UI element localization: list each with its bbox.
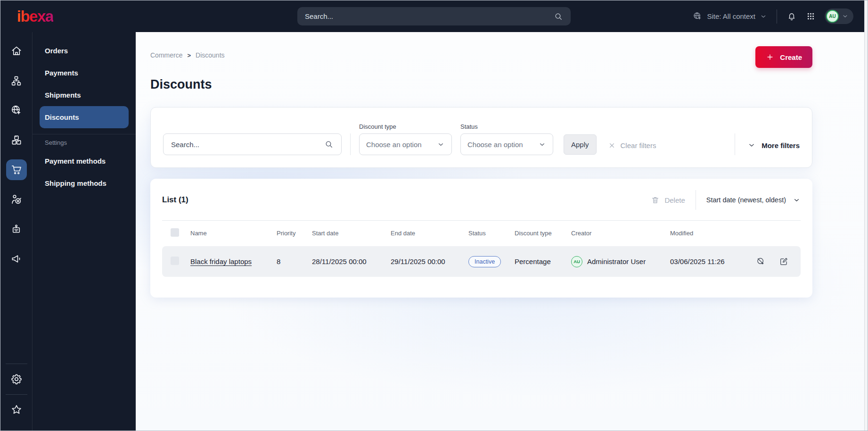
x-icon xyxy=(608,141,616,149)
sidebar-item-label: Orders xyxy=(45,47,68,55)
rail-item-personalization[interactable] xyxy=(6,189,27,210)
column-header-modified: Modified xyxy=(670,230,750,237)
delete-button[interactable]: Delete xyxy=(651,196,685,205)
trash-icon xyxy=(651,196,660,205)
main-content: Commerce > Discounts Create Discounts xyxy=(136,32,868,431)
user-menu[interactable]: AU xyxy=(825,8,853,24)
creator-avatar: AU xyxy=(571,256,582,267)
bell-icon xyxy=(786,11,797,22)
globe-cursor-icon xyxy=(10,104,23,116)
globe-cursor-icon xyxy=(693,11,703,21)
site-context-selector[interactable]: Site: All context xyxy=(693,11,767,21)
select-all-checkbox[interactable] xyxy=(171,228,179,237)
list-head-divider xyxy=(696,190,696,210)
rail-item-site-context[interactable] xyxy=(6,100,27,121)
grid-dots-icon xyxy=(806,12,815,21)
notifications-button[interactable] xyxy=(786,11,797,22)
sitemap-icon xyxy=(10,75,22,87)
chevron-down-icon xyxy=(842,13,849,20)
more-filters-button[interactable]: More filters xyxy=(747,141,800,149)
clear-filters-button[interactable]: Clear filters xyxy=(608,141,656,149)
person-target-icon xyxy=(10,193,23,206)
globe-slash-icon xyxy=(756,257,766,266)
rail-divider xyxy=(6,364,27,364)
list-divider xyxy=(162,220,801,221)
create-button-label: Create xyxy=(780,53,802,61)
filter-search-input[interactable] xyxy=(171,141,324,149)
sidebar-item-payment-methods[interactable]: Payment methods xyxy=(40,150,129,172)
star-icon xyxy=(10,404,23,416)
search-icon xyxy=(554,12,563,21)
sidebar-item-shipments[interactable]: Shipments xyxy=(40,84,129,106)
global-search-input[interactable] xyxy=(305,12,554,20)
column-header-discount-type: Discount type xyxy=(515,230,571,237)
topbar-divider xyxy=(777,9,777,24)
table-header: Name Priority Start date End date Status… xyxy=(162,225,801,240)
table-row[interactable]: Black friday laptops 8 28/11/2025 00:00 … xyxy=(162,246,801,277)
rail-item-content[interactable] xyxy=(6,70,27,91)
filter-divider xyxy=(350,133,351,155)
rail-item-customers[interactable] xyxy=(6,219,27,240)
filter-bar: Discount type Choose an option Status Ch… xyxy=(150,107,812,168)
row-start-date: 28/11/2025 00:00 xyxy=(312,257,391,265)
topbar: ibexa Site: All context AU xyxy=(0,0,868,32)
breadcrumb: Commerce > Discounts xyxy=(150,51,225,59)
discounts-list: List (1) Delete Start date (newest, olde… xyxy=(150,179,812,298)
edit-icon xyxy=(779,257,789,266)
rail-item-campaigns[interactable] xyxy=(6,249,27,269)
scrollbar[interactable] xyxy=(864,0,868,431)
icon-rail xyxy=(0,32,32,431)
apply-button[interactable]: Apply xyxy=(564,134,597,155)
global-search[interactable] xyxy=(297,7,571,25)
home-icon xyxy=(10,45,23,57)
site-context-label: Site: All context xyxy=(707,12,755,20)
page-title: Discounts xyxy=(150,77,812,92)
sidebar-item-discounts[interactable]: Discounts xyxy=(40,106,129,128)
sidebar-item-payments[interactable]: Payments xyxy=(40,62,129,84)
row-discount-type: Percentage xyxy=(515,257,571,265)
ibexa-logo[interactable]: ibexa xyxy=(17,8,53,24)
create-button[interactable]: Create xyxy=(755,46,812,68)
row-priority: 8 xyxy=(277,257,312,265)
topbar-actions: Site: All context AU xyxy=(693,8,853,24)
row-end-date: 29/11/2025 00:00 xyxy=(391,257,468,265)
sort-selector-label: Start date (newest, oldest) xyxy=(706,196,786,204)
sidebar-item-orders[interactable]: Orders xyxy=(40,40,129,62)
filter-search[interactable] xyxy=(163,133,342,155)
rail-item-bookmarks[interactable] xyxy=(6,399,27,420)
creator-name: Administrator User xyxy=(587,257,646,265)
breadcrumb-commerce[interactable]: Commerce xyxy=(150,51,182,59)
breadcrumb-separator: > xyxy=(187,52,191,59)
discount-type-select[interactable]: Choose an option xyxy=(359,133,452,155)
rail-item-products[interactable] xyxy=(6,130,27,150)
sidebar-divider xyxy=(33,134,136,134)
sidebar-item-label: Payments xyxy=(45,69,78,77)
badge-icon xyxy=(10,224,22,235)
delete-button-label: Delete xyxy=(664,196,685,204)
gear-icon xyxy=(10,373,23,385)
discount-name-link[interactable]: Black friday laptops xyxy=(190,257,252,265)
rail-divider xyxy=(6,394,27,395)
status-select[interactable]: Choose an option xyxy=(460,133,553,155)
sort-selector[interactable]: Start date (newest, oldest) xyxy=(706,196,801,204)
rail-item-dashboard[interactable] xyxy=(6,41,27,61)
sidebar-item-shipping-methods[interactable]: Shipping methods xyxy=(40,172,129,194)
rail-item-settings[interactable] xyxy=(6,369,27,390)
preview-disabled-button[interactable] xyxy=(756,257,766,266)
row-checkbox[interactable] xyxy=(171,257,179,265)
filter-divider xyxy=(735,133,735,155)
breadcrumb-discounts[interactable]: Discounts xyxy=(196,51,224,59)
sidebar-item-label: Discounts xyxy=(45,113,79,121)
row-modified: 03/06/2025 11:26 xyxy=(670,257,750,265)
plus-icon xyxy=(766,53,774,61)
megaphone-icon xyxy=(10,253,23,265)
status-label: Status xyxy=(460,123,553,130)
more-filters-label: More filters xyxy=(762,141,800,149)
edit-button[interactable] xyxy=(779,257,789,266)
sidebar-section-label: Settings xyxy=(45,139,136,146)
rail-item-commerce[interactable] xyxy=(6,159,27,180)
discount-type-value: Choose an option xyxy=(366,141,422,149)
avatar: AU xyxy=(826,10,839,23)
column-header-name: Name xyxy=(190,230,277,237)
app-switcher-button[interactable] xyxy=(806,12,815,21)
